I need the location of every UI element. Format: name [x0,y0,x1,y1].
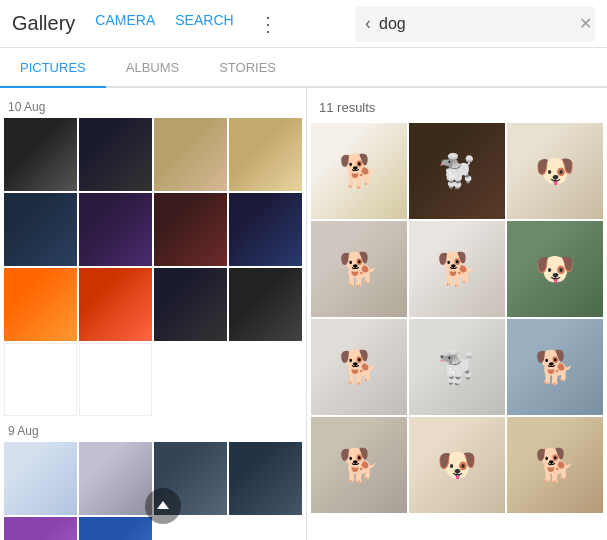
photo-thumbnail [4,268,77,341]
photo-thumbnail [229,193,302,266]
photo-thumbnail [4,343,77,416]
search-results-panel: 11 results 🐕🐩🐶🐕🐕🐶🐕🐩🐕🐕🐶🐕 [306,88,607,540]
list-item[interactable] [4,517,77,540]
app-title: Gallery [12,12,75,35]
list-item[interactable] [79,268,152,341]
search-results-count: 11 results [307,96,607,123]
photo-thumbnail [154,193,227,266]
list-item[interactable] [229,193,302,266]
list-item[interactable] [79,517,152,540]
list-item[interactable] [79,343,152,416]
search-back-icon[interactable]: ‹ [365,13,371,34]
dog-photo-thumbnail: 🐕 [311,319,407,415]
header-nav: CAMERA SEARCH ⋮ [95,12,339,36]
dog-photo-grid: 🐕🐩🐶🐕🐕🐶🐕🐩🐕🐕🐶🐕 [307,123,607,513]
list-item[interactable]: 🐶 [409,417,505,513]
dog-photo-thumbnail: 🐕 [507,319,603,415]
list-item[interactable] [79,118,152,191]
photo-thumbnail [229,118,302,191]
list-item[interactable] [79,442,152,515]
photo-thumbnail [154,118,227,191]
tabs-bar: PICTURES ALBUMS STORIES [0,48,607,88]
list-item[interactable] [4,442,77,515]
dog-photo-thumbnail: 🐩 [409,123,505,219]
list-item[interactable] [4,268,77,341]
list-item[interactable]: 🐩 [409,123,505,219]
list-item[interactable] [154,268,227,341]
search-nav-item[interactable]: SEARCH [175,12,233,36]
list-item[interactable]: 🐕 [311,417,407,513]
list-item[interactable] [229,118,302,191]
list-item[interactable]: 🐩 [409,319,505,415]
photo-grid [4,118,302,416]
dog-photo-thumbnail: 🐕 [311,417,407,513]
photo-thumbnail [79,268,152,341]
search-bar: ‹ ✕ [355,6,595,42]
dog-photo-thumbnail: 🐩 [409,319,505,415]
tab-stories[interactable]: STORIES [199,48,296,86]
photo-thumbnail [229,268,302,341]
dog-photo-thumbnail: 🐶 [507,221,603,317]
dog-photo-thumbnail: 🐶 [507,123,603,219]
list-item[interactable]: 🐕 [311,221,407,317]
more-icon[interactable]: ⋮ [258,12,278,36]
dog-photo-thumbnail: 🐕 [507,417,603,513]
photo-thumbnail [4,193,77,266]
date-label: 9 Aug [4,420,302,442]
list-item[interactable] [154,118,227,191]
list-item[interactable] [229,268,302,341]
photo-thumbnail [79,343,152,416]
dog-photo-thumbnail: 🐕 [311,123,407,219]
list-item[interactable] [154,193,227,266]
photo-thumbnail [4,118,77,191]
date-label: 10 Aug [4,96,302,118]
dog-photo-thumbnail: 🐶 [409,417,505,513]
list-item[interactable]: 🐕 [409,221,505,317]
photo-thumbnail [154,268,227,341]
photo-thumbnail [229,442,302,515]
tab-albums[interactable]: ALBUMS [106,48,199,86]
search-input[interactable] [379,15,579,33]
list-item[interactable] [79,193,152,266]
app-header: Gallery CAMERA SEARCH ⋮ ‹ ✕ [0,0,607,48]
photo-thumbnail [79,442,152,515]
list-item[interactable]: 🐕 [507,417,603,513]
gallery-section: 10 Aug9 Aug [0,88,306,540]
dog-photo-thumbnail: 🐕 [409,221,505,317]
list-item[interactable] [4,118,77,191]
list-item[interactable]: 🐕 [507,319,603,415]
list-item[interactable] [4,343,77,416]
tab-pictures[interactable]: PICTURES [0,48,106,86]
photo-thumbnail [4,442,77,515]
main-layout: 10 Aug9 Aug 11 results 🐕🐩🐶🐕🐕🐶🐕🐩🐕🐕🐶🐕 [0,88,607,540]
list-item[interactable]: 🐕 [311,123,407,219]
list-item[interactable] [4,193,77,266]
photo-thumbnail [79,517,152,540]
photo-thumbnail [79,118,152,191]
camera-nav-item[interactable]: CAMERA [95,12,155,36]
svg-marker-0 [157,501,169,509]
list-item[interactable] [229,442,302,515]
photo-thumbnail [79,193,152,266]
list-item[interactable]: 🐶 [507,221,603,317]
scroll-to-top-button[interactable] [145,488,181,524]
photo-thumbnail [4,517,77,540]
search-clear-icon[interactable]: ✕ [579,14,592,33]
list-item[interactable]: 🐕 [311,319,407,415]
list-item[interactable]: 🐶 [507,123,603,219]
dog-photo-thumbnail: 🐕 [311,221,407,317]
